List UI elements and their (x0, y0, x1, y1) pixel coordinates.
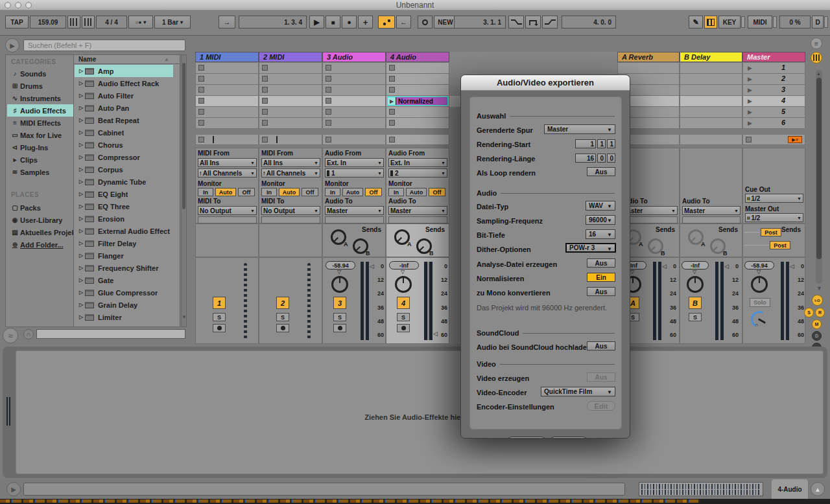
clip-slot[interactable] (322, 85, 386, 96)
play-button[interactable]: ▶ (309, 16, 324, 29)
back-to-arrangement-button[interactable]: ▶≡ (788, 136, 802, 143)
overdub-button[interactable]: + (358, 16, 373, 29)
track-activator-button[interactable]: 4 (397, 297, 410, 309)
expander-icon[interactable]: ▷ (77, 68, 85, 74)
nudge-down-button[interactable] (67, 16, 80, 29)
preview-volume-slider[interactable] (36, 329, 185, 339)
scene-row[interactable]: ▶6 (742, 118, 805, 129)
rendered-track-menu[interactable]: Master (544, 124, 615, 134)
monitor-auto-button[interactable]: Auto (406, 188, 427, 196)
cancel-button[interactable]: Abbrechen (549, 437, 588, 439)
render-length-bars-field[interactable]: 16 (575, 154, 596, 163)
clip-stop-button[interactable] (389, 87, 395, 93)
preview-headphone-button[interactable]: ∩ (23, 329, 34, 339)
hard-disk-overload-button[interactable]: D (812, 16, 824, 29)
browser-scrollbar[interactable]: ▼ (181, 54, 187, 327)
scroll-down-icon[interactable]: ▼ (816, 285, 822, 292)
sidebar-item-audio-effects[interactable]: ♯Audio Effects (7, 104, 73, 117)
show-io-toggle[interactable]: I-O (812, 295, 823, 306)
volume-marker-icon[interactable]: ◁ (790, 263, 794, 269)
clip-stop-button[interactable] (389, 65, 395, 71)
clip-stop-button[interactable] (389, 76, 395, 82)
output-routing-menu[interactable]: Master (325, 206, 384, 215)
monitor-auto-button[interactable]: Auto (342, 188, 363, 196)
bit-depth-menu[interactable]: 16 (586, 229, 615, 239)
sidebar-item-plug-ins[interactable]: ⊲Plug-Ins (7, 141, 73, 154)
sidebar-item-clips[interactable]: ▸Clips (7, 154, 73, 166)
show-returns-toggle[interactable]: R (815, 308, 825, 317)
clip-play-icon[interactable]: ▶ (388, 97, 396, 105)
volume-marker-icon[interactable]: ◁ (433, 330, 438, 337)
time-signature-field[interactable]: 4 / 4 (96, 16, 127, 29)
follow-button[interactable]: → (219, 16, 235, 29)
expander-icon[interactable]: ▷ (77, 179, 85, 185)
input-routing-menu[interactable]: Ext. In (325, 158, 384, 167)
scene-row[interactable]: ▶1 (742, 63, 805, 74)
list-item[interactable]: ▷Audio Effect Rack (75, 77, 173, 89)
monitor-auto-button[interactable]: Auto (215, 188, 236, 196)
computer-midi-keyboard-button[interactable] (704, 16, 717, 29)
expander-icon[interactable]: ▷ (77, 203, 85, 209)
track-stop-slot[interactable] (259, 135, 322, 145)
device-drop-area[interactable]: Ziehen Sie Audio-Effekte hierher (16, 350, 824, 474)
list-item[interactable]: ▷Filter Delay (75, 237, 173, 249)
draw-mode-button[interactable]: ✎ (689, 16, 703, 29)
clip-stop-button[interactable] (262, 65, 268, 71)
scene-row[interactable]: ▶5 (742, 107, 805, 118)
clip-stop-button[interactable] (262, 109, 268, 115)
clip-slot[interactable] (386, 63, 449, 74)
expander-icon[interactable]: ▷ (77, 154, 85, 160)
list-item[interactable]: ▷Frequency Shifter (75, 262, 173, 274)
clip-slot[interactable] (259, 96, 322, 107)
stop-all-clips-row[interactable]: ▶≡ (742, 135, 805, 145)
clip-slot[interactable] (322, 118, 386, 129)
waveform-preview[interactable] (639, 482, 763, 496)
render-start-bars-field[interactable]: 1 (575, 139, 596, 148)
clip-slot[interactable] (195, 118, 259, 129)
stop-all-clips-button[interactable] (746, 137, 752, 143)
pan-knob[interactable] (331, 276, 348, 293)
list-item[interactable]: ▷EQ Three (75, 200, 173, 212)
expander-icon[interactable]: ▷ (77, 216, 85, 222)
scene-play-icon[interactable]: ▶ (748, 98, 752, 104)
list-item[interactable]: ▷Flanger (75, 249, 173, 262)
expander-icon[interactable]: ▷ (77, 314, 85, 320)
pan-knob[interactable] (751, 276, 768, 293)
input-routing-menu[interactable]: All Ins (261, 158, 320, 167)
list-item[interactable]: ▷Cabinet (75, 126, 173, 139)
solo-button[interactable]: S (333, 313, 346, 321)
metronome-button[interactable]: ○● (128, 16, 153, 29)
expander-icon[interactable]: ▷ (77, 130, 85, 135)
render-start-beats-field[interactable]: 1 (597, 139, 606, 148)
dialog-title[interactable]: Audio/Video exportieren (461, 75, 630, 91)
list-item[interactable]: ▷Beat Repeat (75, 114, 173, 126)
input-channel-menu[interactable]: ⁞All Channels (198, 168, 257, 178)
expander-icon[interactable]: ▷ (77, 191, 85, 197)
track-activator-button[interactable]: B (689, 297, 702, 309)
list-item[interactable]: ▷Erosion (75, 212, 173, 225)
solo-button[interactable]: S (276, 313, 289, 321)
tap-tempo-button[interactable]: TAP (5, 16, 29, 29)
clip-slot[interactable] (259, 85, 322, 96)
list-item[interactable]: ▷Auto Pan (75, 102, 173, 114)
cue-volume-knob[interactable]: ∩ (751, 311, 768, 328)
quantization-menu[interactable]: 1 Bar (154, 16, 191, 29)
clip-slot[interactable] (259, 107, 322, 118)
show-mixer-toggle[interactable]: M (812, 319, 822, 329)
clip-slot[interactable] (259, 63, 322, 74)
record-button[interactable]: ● (342, 16, 357, 29)
clip-stop-button[interactable] (326, 109, 331, 115)
convert-mono-toggle[interactable]: Aus (587, 287, 615, 296)
monitor-auto-button[interactable]: Auto (279, 188, 300, 196)
clip-stop-button[interactable] (389, 120, 395, 126)
arm-button[interactable] (333, 324, 346, 332)
status-message-field[interactable] (23, 483, 625, 496)
mixer-view-toggle[interactable] (811, 52, 822, 63)
clip-slot[interactable] (259, 118, 322, 129)
clip-stop-button[interactable] (262, 87, 268, 93)
monitor-in-button[interactable]: In (261, 188, 277, 196)
browser-collapse-button[interactable]: ▶ (5, 38, 19, 52)
expander-icon[interactable]: ▷ (77, 277, 85, 283)
clip-stop-button[interactable] (262, 120, 268, 126)
nudge-up-button[interactable] (82, 16, 95, 29)
